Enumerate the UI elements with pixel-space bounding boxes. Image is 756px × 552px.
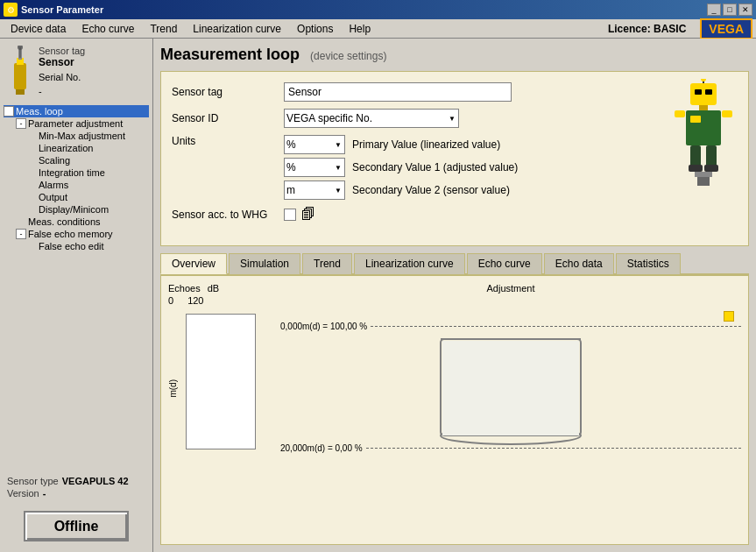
tree-meas-cond[interactable]: Meas. conditions — [4, 216, 149, 228]
expand-meas-loop[interactable]: - — [4, 106, 14, 117]
offline-button[interactable]: Offline — [24, 511, 129, 541]
tab-simulation[interactable]: Simulation — [229, 253, 300, 274]
top-line-row — [280, 311, 741, 322]
maximize-button[interactable]: □ — [723, 4, 737, 16]
unit3-select[interactable]: m % cm — [284, 180, 345, 200]
menu-trend[interactable]: Trend — [143, 21, 184, 37]
db-min: 0 — [168, 295, 173, 306]
db-max: 120 — [187, 295, 203, 306]
svg-rect-1 — [16, 89, 25, 95]
y-axis-label: m(d) — [168, 379, 178, 398]
unit2-select-container: % m — [284, 158, 345, 177]
window-title: Sensor Parameter — [21, 4, 703, 15]
echoes-label: Echoes — [168, 283, 201, 294]
sensor-id-select[interactable]: VEGA specific No. — [284, 109, 459, 128]
echoes-chart: m(d) — [168, 309, 273, 449]
svg-rect-18 — [689, 165, 703, 172]
tabs: Overview Simulation Trend Linearization … — [160, 253, 749, 275]
menu-echo-curve[interactable]: Echo curve — [74, 21, 141, 37]
svg-rect-8 — [705, 89, 712, 95]
minimize-button[interactable]: _ — [707, 4, 721, 16]
svg-rect-17 — [706, 145, 717, 167]
right-panel: Measurement loop (device settings) — [153, 39, 756, 552]
serial-value: - — [39, 86, 85, 96]
db-label: dB — [208, 283, 219, 294]
top-indicator — [724, 311, 734, 322]
tree-param-adj[interactable]: - Parameter adjustment — [4, 117, 149, 130]
unit2-select[interactable]: % m — [284, 158, 345, 177]
unit1-select-container: % m cm — [284, 135, 345, 154]
units-label: Units — [172, 135, 277, 147]
unit3-select-container: m % cm — [284, 180, 345, 200]
echoes-section: Echoes dB 0 120 m(d) — [168, 283, 273, 537]
tree-output[interactable]: Output — [4, 191, 149, 203]
close-button[interactable]: ✕ — [738, 4, 752, 16]
expand-false-echo[interactable]: - — [16, 229, 26, 239]
unit1-select[interactable]: % m cm — [284, 135, 345, 154]
chart-area: Echoes dB 0 120 m(d) — [160, 275, 749, 545]
sensor-id-select-container: VEGA specific No. — [284, 109, 459, 128]
bottom-dashed — [366, 448, 741, 449]
svg-rect-14 — [675, 110, 685, 117]
sensor-name: Sensor — [39, 56, 85, 68]
window-controls: _ □ ✕ — [707, 4, 752, 16]
sensor-tag-input[interactable] — [284, 82, 512, 102]
meas-header: Measurement loop (device settings) — [160, 46, 749, 64]
tab-linearization-curve[interactable]: Linearization curve — [354, 253, 465, 274]
sensor-type-info: Sensor type VEGAPULS 42 Version - — [4, 472, 149, 504]
tab-trend[interactable]: Trend — [302, 253, 352, 274]
sensor-whg-checkbox[interactable] — [284, 209, 296, 221]
menu-device-data[interactable]: Device data — [4, 21, 73, 37]
svg-rect-7 — [695, 89, 702, 95]
left-panel: Sensor tag Sensor Serial No. - - Meas. l… — [0, 39, 153, 552]
tree-meas-loop[interactable]: - Meas. loop — [4, 105, 149, 117]
menu-help[interactable]: Help — [342, 21, 378, 37]
adjustment-section: Adjustment 0,000m(d) = 100,00 % — [280, 283, 741, 537]
unit3-desc: Secondary Value 2 (sensor value) — [352, 184, 510, 196]
svg-rect-0 — [14, 63, 26, 89]
tab-echo-curve[interactable]: Echo curve — [467, 253, 542, 274]
svg-rect-21 — [697, 177, 710, 186]
top-dashed — [371, 326, 741, 327]
tab-overview[interactable]: Overview — [160, 253, 227, 274]
title-bar: ⚙ Sensor Parameter _ □ ✕ — [0, 0, 756, 19]
copy-icon[interactable]: 🗐 — [301, 207, 315, 223]
tree-alarms[interactable]: Alarms — [4, 179, 149, 191]
tree-integration[interactable]: Integration time — [4, 166, 149, 179]
main-layout: Sensor tag Sensor Serial No. - - Meas. l… — [0, 39, 756, 552]
sensor-text-info: Sensor tag Sensor Serial No. - — [39, 46, 85, 96]
sensor-info: Sensor tag Sensor Serial No. - — [4, 42, 149, 102]
unit2-desc: Secondary Value 1 (adjusted value) — [352, 161, 518, 173]
tree-display[interactable]: Display/Minicom — [4, 203, 149, 216]
tree-scaling[interactable]: Scaling — [4, 154, 149, 166]
tree-false-echo[interactable]: - False echo memory — [4, 228, 149, 240]
tree-linearization[interactable]: Linearization — [4, 142, 149, 154]
meas-subtitle: (device settings) — [310, 50, 386, 62]
expand-param-adj[interactable]: - — [16, 118, 26, 129]
svg-rect-16 — [690, 145, 701, 167]
unit3-row: m % cm Secondary Value 2 (sensor value) — [284, 180, 518, 200]
vega-robot-illustration — [673, 79, 734, 184]
sensor-type-label: Sensor type — [7, 476, 59, 486]
svg-rect-13 — [690, 116, 701, 123]
top-line-container: 0,000m(d) = 100,00 % — [280, 311, 741, 331]
sensor-tag-label: Sensor tag — [39, 46, 85, 56]
sensor-icon — [7, 46, 33, 98]
tank-illustration — [280, 335, 741, 440]
bar-chart-area — [186, 314, 256, 449]
tab-echo-data[interactable]: Echo data — [544, 253, 614, 274]
tree-minmax[interactable]: Min-Max adjustment — [4, 130, 149, 142]
menu-options[interactable]: Options — [290, 21, 340, 37]
app-icon: ⚙ — [4, 3, 18, 17]
top-dashed-line: 0,000m(d) = 100,00 % — [280, 322, 741, 331]
bottom-line-label: 20,000m(d) = 0,00 % — [280, 443, 363, 453]
sensor-whg-label: Sensor acc. to WHG — [172, 209, 277, 221]
serial-label: Serial No. — [39, 72, 85, 82]
vega-logo: VEGA — [700, 18, 752, 39]
tab-statistics[interactable]: Statistics — [616, 253, 681, 274]
tree-false-echo-edit[interactable]: False echo edit — [4, 240, 149, 252]
tabs-container: Overview Simulation Trend Linearization … — [160, 253, 749, 275]
menu-linearization[interactable]: Linearization curve — [186, 21, 288, 37]
svg-rect-20 — [695, 172, 712, 177]
form-area: Sensor tag Sensor ID VEGA specific No. U… — [160, 71, 749, 246]
